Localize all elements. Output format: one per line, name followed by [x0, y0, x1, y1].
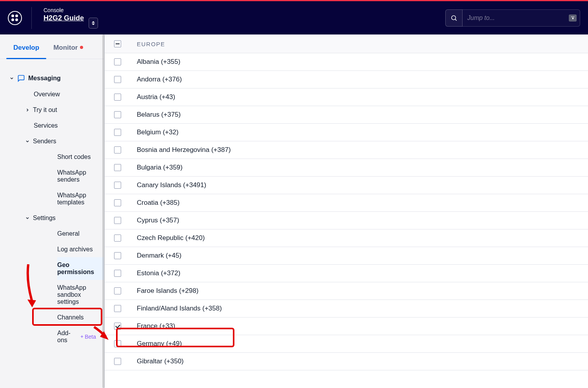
- country-checkbox[interactable]: [114, 58, 121, 65]
- country-checkbox[interactable]: [114, 182, 121, 189]
- sidebar-item-label: WhatsApp templates: [57, 192, 92, 206]
- app-body: Develop Monitor Messaging Overview Try i…: [0, 34, 588, 388]
- country-checkbox[interactable]: [114, 76, 121, 83]
- country-row[interactable]: Czech Republic (+420): [105, 229, 588, 247]
- sidebar-item-label: Geo permissions: [57, 262, 96, 276]
- country-row[interactable]: Gibraltar (+350): [105, 353, 588, 370]
- country-label: Andorra (+376): [137, 76, 182, 83]
- country-row[interactable]: Denmark (+45): [105, 247, 588, 265]
- chevron-down-icon: [25, 139, 30, 144]
- country-row[interactable]: Canary Islands (+3491): [105, 177, 588, 194]
- sidebar-item-label: Channels: [57, 314, 84, 321]
- country-checkbox[interactable]: [114, 252, 121, 259]
- sidebar-tabs: Develop Monitor: [0, 34, 104, 59]
- main-content: EUROPE Albania (+355)Andorra (+376)Austr…: [104, 34, 588, 388]
- search-button[interactable]: [445, 9, 463, 27]
- country-label: Croatia (+385): [137, 199, 180, 207]
- country-checkbox[interactable]: [114, 217, 121, 224]
- country-checkbox[interactable]: [114, 111, 121, 118]
- country-row[interactable]: Belarus (+375): [105, 106, 588, 124]
- sidebar-item-label: General: [57, 230, 80, 237]
- sidebar-item-label: Overview: [34, 91, 60, 98]
- sidebar-item-label: Settings: [33, 215, 56, 222]
- country-list: Albania (+355)Andorra (+376)Austria (+43…: [105, 53, 588, 370]
- country-label: Faroe Islands (+298): [137, 287, 198, 295]
- country-row[interactable]: Bosnia and Herzegovina (+387): [105, 141, 588, 159]
- country-label: Finland/Aland Islands (+358): [137, 305, 222, 312]
- country-checkbox[interactable]: [114, 323, 121, 330]
- sidebar-item-label: Log archives: [57, 246, 93, 253]
- sidebar-item-settings[interactable]: Settings: [25, 210, 104, 226]
- country-row[interactable]: Austria (+43): [105, 88, 588, 106]
- country-label: Belgium (+32): [137, 128, 178, 136]
- sidebar-item-label: Messaging: [28, 75, 61, 82]
- region-name: EUROPE: [137, 41, 165, 47]
- country-row[interactable]: Andorra (+376): [105, 71, 588, 88]
- country-checkbox[interactable]: [114, 287, 121, 294]
- country-row[interactable]: Faroe Islands (+298): [105, 282, 588, 300]
- country-label: Czech Republic (+420): [137, 234, 205, 242]
- country-label: Gibraltar (+350): [137, 357, 184, 365]
- logo[interactable]: [8, 7, 32, 29]
- console-label: Console: [44, 7, 98, 13]
- country-label: Estonia (+372): [137, 269, 180, 277]
- region-checkbox[interactable]: [114, 40, 121, 47]
- country-checkbox[interactable]: [114, 94, 121, 101]
- sidebar-nav: Messaging Overview Try it out Services S…: [0, 59, 104, 348]
- sidebar-item-label: Short codes: [57, 153, 91, 161]
- country-row[interactable]: Germany (+49): [105, 335, 588, 353]
- country-checkbox[interactable]: [114, 164, 121, 171]
- tab-develop[interactable]: Develop: [6, 34, 46, 59]
- country-checkbox[interactable]: [114, 270, 121, 277]
- tab-monitor[interactable]: Monitor: [46, 34, 90, 59]
- country-label: Cyprus (+357): [137, 217, 179, 224]
- country-checkbox[interactable]: [114, 235, 121, 242]
- chevron-right-icon: [25, 108, 30, 112]
- country-row[interactable]: Bulgaria (+359): [105, 159, 588, 177]
- country-checkbox[interactable]: [114, 305, 121, 312]
- sidebar-item-try-it-out[interactable]: Try it out: [25, 102, 104, 118]
- sidebar-item-whatsapp-templates[interactable]: WhatsApp templates: [57, 188, 104, 210]
- sidebar-item-log-archives[interactable]: Log archives: [57, 242, 104, 257]
- country-checkbox[interactable]: [114, 199, 121, 206]
- country-label: Denmark (+45): [137, 252, 181, 260]
- search-box: [463, 9, 580, 27]
- country-row[interactable]: Croatia (+385): [105, 194, 588, 212]
- sidebar-item-whatsapp-sandbox[interactable]: WhatsApp sandbox settings: [57, 280, 104, 310]
- country-row[interactable]: Albania (+355): [105, 53, 588, 71]
- country-label: France (+33): [137, 322, 175, 330]
- account-switcher[interactable]: Console H2G2 Guide: [44, 7, 98, 29]
- search-input[interactable]: [467, 14, 575, 22]
- chevron-updown-icon[interactable]: [89, 18, 98, 29]
- sidebar-item-short-codes[interactable]: Short codes: [57, 149, 104, 165]
- country-checkbox[interactable]: [114, 146, 121, 153]
- sidebar-item-services[interactable]: Services: [25, 118, 104, 134]
- region-header: EUROPE: [105, 34, 588, 53]
- sidebar-item-channels[interactable]: Channels: [57, 310, 104, 325]
- sidebar-item-general[interactable]: General: [57, 226, 104, 242]
- notification-dot-icon: [80, 46, 83, 49]
- sidebar-item-messaging[interactable]: Messaging: [0, 70, 104, 87]
- sidebar-item-whatsapp-senders[interactable]: WhatsApp senders: [57, 165, 104, 188]
- country-row[interactable]: France (+33): [105, 318, 588, 335]
- sidebar-item-overview[interactable]: Overview: [25, 87, 104, 102]
- country-row[interactable]: Estonia (+372): [105, 265, 588, 282]
- search: [445, 9, 580, 27]
- twilio-logo-icon: [8, 11, 22, 25]
- sidebar-item-label: Senders: [33, 138, 56, 145]
- chevron-down-icon: [9, 76, 14, 81]
- country-row[interactable]: Cyprus (+357): [105, 212, 588, 229]
- messaging-icon: [17, 74, 25, 82]
- search-icon: [450, 14, 457, 22]
- country-row[interactable]: Finland/Aland Islands (+358): [105, 300, 588, 318]
- sidebar-item-addons[interactable]: Add-ons ✦ Beta: [57, 325, 104, 348]
- scrollbar[interactable]: [102, 34, 105, 388]
- sidebar-item-label: Add-ons: [57, 330, 76, 344]
- country-checkbox[interactable]: [114, 358, 121, 365]
- country-checkbox[interactable]: [114, 340, 121, 347]
- country-row[interactable]: Belgium (+32): [105, 124, 588, 141]
- account-name[interactable]: H2G2 Guide: [44, 14, 84, 22]
- sidebar-item-senders[interactable]: Senders: [25, 134, 104, 149]
- country-checkbox[interactable]: [114, 129, 121, 136]
- sidebar-item-geo-permissions[interactable]: Geo permissions: [57, 257, 104, 280]
